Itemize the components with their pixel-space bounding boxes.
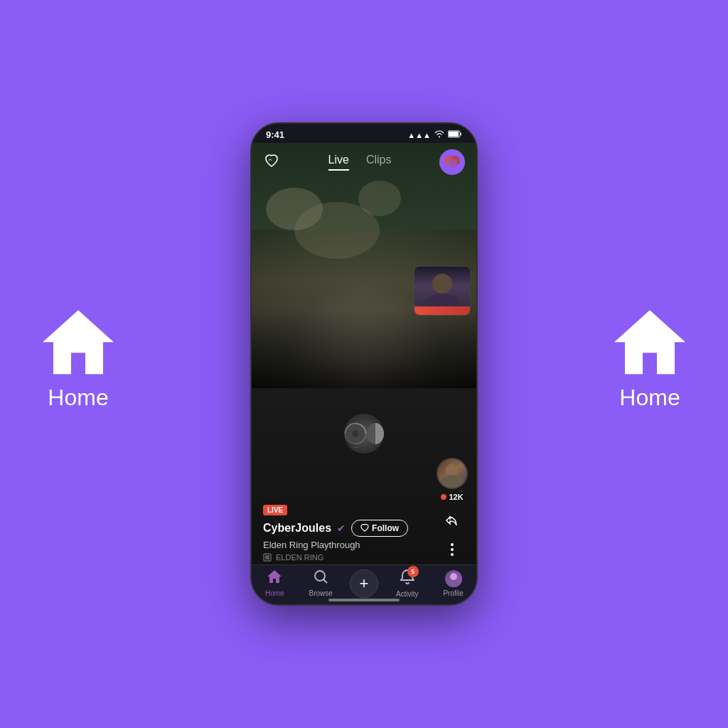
nav-home[interactable]: Home bbox=[257, 569, 291, 597]
nav-browse[interactable]: Browse bbox=[304, 569, 338, 597]
svg-point-15 bbox=[315, 571, 325, 581]
wifi-icon bbox=[434, 130, 444, 139]
notif-wrapper: 5 bbox=[400, 569, 414, 588]
game-tag: ELDEN RING bbox=[263, 553, 434, 562]
nav-browse-label: Browse bbox=[309, 589, 333, 597]
svg-rect-13 bbox=[265, 555, 269, 560]
nav-profile[interactable]: Profile bbox=[437, 570, 471, 597]
svg-marker-0 bbox=[43, 310, 114, 374]
profile-nav-avatar bbox=[445, 570, 462, 587]
svg-rect-3 bbox=[449, 132, 459, 136]
live-badge: LIVE bbox=[263, 503, 434, 520]
svg-marker-14 bbox=[267, 570, 282, 583]
status-time: 9:41 bbox=[266, 129, 284, 140]
right-home-label: Home bbox=[619, 385, 680, 411]
viewer-count: 12K bbox=[441, 493, 463, 501]
game-icon bbox=[344, 414, 384, 454]
svg-rect-11 bbox=[352, 447, 359, 448]
streamer-name-row: CyberJoules ✔ Follow bbox=[263, 520, 434, 537]
svg-point-8 bbox=[447, 159, 457, 168]
follow-button[interactable]: Follow bbox=[351, 520, 408, 537]
nav-plus-button[interactable]: + bbox=[350, 569, 378, 598]
pip-container[interactable] bbox=[414, 266, 471, 316]
heart-icon[interactable] bbox=[263, 154, 280, 171]
signal-icon: ▲▲▲ bbox=[407, 131, 431, 139]
phone-shell: 9:41 ▲▲▲ bbox=[250, 122, 478, 606]
plus-icon: + bbox=[360, 576, 369, 592]
nav-profile-label: Profile bbox=[443, 589, 463, 597]
header: Live Clips bbox=[252, 144, 476, 181]
video-overlay bbox=[252, 309, 476, 388]
svg-marker-1 bbox=[614, 310, 685, 374]
stream-title: Elden Ring Playthrough bbox=[263, 540, 434, 550]
tab-clips[interactable]: Clips bbox=[366, 154, 392, 171]
notif-badge: 5 bbox=[407, 566, 419, 577]
viewer-avatar[interactable] bbox=[437, 458, 468, 489]
left-house-icon bbox=[39, 306, 117, 378]
svg-rect-4 bbox=[460, 133, 461, 136]
svg-point-10 bbox=[352, 430, 359, 437]
nav-activity[interactable]: 5 Activity bbox=[390, 569, 424, 598]
header-tabs: Live Clips bbox=[328, 154, 392, 171]
svg-line-16 bbox=[323, 579, 327, 583]
stream-info: LIVE CyberJoules ✔ Follow Elden Ring Pla… bbox=[263, 503, 434, 562]
verified-icon: ✔ bbox=[337, 523, 346, 534]
right-house-icon bbox=[611, 306, 689, 378]
nav-activity-label: Activity bbox=[396, 590, 419, 598]
battery-icon bbox=[448, 130, 462, 139]
nav-home-label: Home bbox=[265, 589, 284, 597]
left-home-icon: Home bbox=[39, 306, 117, 411]
right-home-icon: Home bbox=[611, 306, 689, 411]
share-button[interactable] bbox=[444, 513, 460, 532]
live-dot bbox=[441, 494, 446, 500]
home-indicator bbox=[328, 599, 400, 601]
home-nav-icon bbox=[267, 569, 282, 587]
streamer-name: CyberJoules bbox=[263, 522, 331, 535]
more-button[interactable] bbox=[451, 543, 454, 556]
status-bar: 9:41 ▲▲▲ bbox=[252, 124, 476, 143]
status-icons: ▲▲▲ bbox=[407, 130, 462, 139]
action-buttons: 12K bbox=[437, 458, 468, 556]
left-home-label: Home bbox=[48, 385, 108, 411]
header-avatar[interactable] bbox=[439, 149, 465, 175]
browse-nav-icon bbox=[314, 569, 328, 587]
pip-banner bbox=[414, 306, 470, 315]
tab-live[interactable]: Live bbox=[328, 154, 349, 171]
